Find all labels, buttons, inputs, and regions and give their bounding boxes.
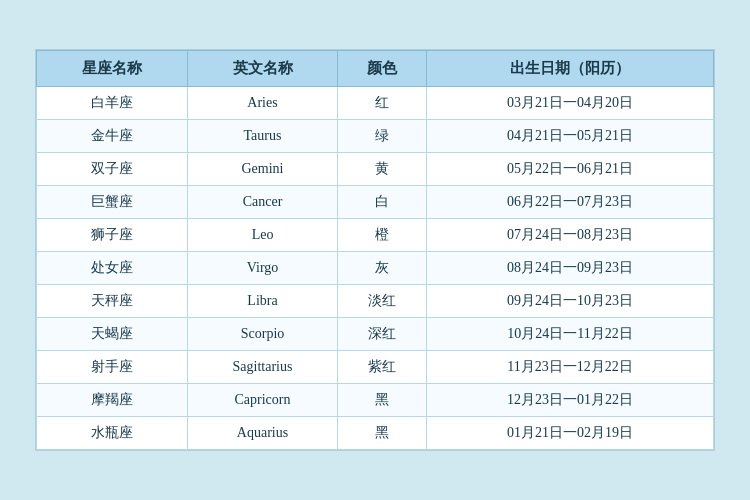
cell-chinese-name: 射手座 xyxy=(37,351,188,384)
cell-english-name: Taurus xyxy=(187,120,338,153)
table-header-row: 星座名称 英文名称 颜色 出生日期（阳历） xyxy=(37,51,714,87)
cell-color: 紫红 xyxy=(338,351,427,384)
header-english-name: 英文名称 xyxy=(187,51,338,87)
cell-chinese-name: 水瓶座 xyxy=(37,417,188,450)
cell-english-name: Capricorn xyxy=(187,384,338,417)
cell-color: 红 xyxy=(338,87,427,120)
cell-color: 白 xyxy=(338,186,427,219)
table-row: 天蝎座Scorpio深红10月24日一11月22日 xyxy=(37,318,714,351)
table-body: 白羊座Aries红03月21日一04月20日金牛座Taurus绿04月21日一0… xyxy=(37,87,714,450)
cell-chinese-name: 金牛座 xyxy=(37,120,188,153)
table-row: 处女座Virgo灰08月24日一09月23日 xyxy=(37,252,714,285)
cell-dates: 08月24日一09月23日 xyxy=(427,252,714,285)
table-row: 摩羯座Capricorn黑12月23日一01月22日 xyxy=(37,384,714,417)
cell-english-name: Sagittarius xyxy=(187,351,338,384)
cell-english-name: Virgo xyxy=(187,252,338,285)
cell-color: 灰 xyxy=(338,252,427,285)
cell-english-name: Aquarius xyxy=(187,417,338,450)
table-row: 白羊座Aries红03月21日一04月20日 xyxy=(37,87,714,120)
cell-english-name: Gemini xyxy=(187,153,338,186)
table-row: 水瓶座Aquarius黑01月21日一02月19日 xyxy=(37,417,714,450)
cell-chinese-name: 天秤座 xyxy=(37,285,188,318)
cell-chinese-name: 处女座 xyxy=(37,252,188,285)
cell-english-name: Cancer xyxy=(187,186,338,219)
cell-dates: 10月24日一11月22日 xyxy=(427,318,714,351)
cell-dates: 11月23日一12月22日 xyxy=(427,351,714,384)
table-row: 天秤座Libra淡红09月24日一10月23日 xyxy=(37,285,714,318)
cell-color: 深红 xyxy=(338,318,427,351)
table-row: 射手座Sagittarius紫红11月23日一12月22日 xyxy=(37,351,714,384)
cell-dates: 12月23日一01月22日 xyxy=(427,384,714,417)
table-row: 巨蟹座Cancer白06月22日一07月23日 xyxy=(37,186,714,219)
cell-chinese-name: 天蝎座 xyxy=(37,318,188,351)
cell-chinese-name: 狮子座 xyxy=(37,219,188,252)
cell-chinese-name: 巨蟹座 xyxy=(37,186,188,219)
cell-color: 黑 xyxy=(338,417,427,450)
cell-dates: 05月22日一06月21日 xyxy=(427,153,714,186)
table-row: 狮子座Leo橙07月24日一08月23日 xyxy=(37,219,714,252)
cell-color: 黄 xyxy=(338,153,427,186)
cell-english-name: Libra xyxy=(187,285,338,318)
header-chinese-name: 星座名称 xyxy=(37,51,188,87)
cell-chinese-name: 双子座 xyxy=(37,153,188,186)
cell-dates: 03月21日一04月20日 xyxy=(427,87,714,120)
header-color: 颜色 xyxy=(338,51,427,87)
cell-dates: 04月21日一05月21日 xyxy=(427,120,714,153)
cell-english-name: Aries xyxy=(187,87,338,120)
cell-dates: 07月24日一08月23日 xyxy=(427,219,714,252)
cell-color: 橙 xyxy=(338,219,427,252)
cell-english-name: Leo xyxy=(187,219,338,252)
cell-chinese-name: 摩羯座 xyxy=(37,384,188,417)
cell-english-name: Scorpio xyxy=(187,318,338,351)
cell-dates: 06月22日一07月23日 xyxy=(427,186,714,219)
zodiac-table: 星座名称 英文名称 颜色 出生日期（阳历） 白羊座Aries红03月21日一04… xyxy=(36,50,714,450)
header-dates: 出生日期（阳历） xyxy=(427,51,714,87)
table-row: 金牛座Taurus绿04月21日一05月21日 xyxy=(37,120,714,153)
cell-dates: 09月24日一10月23日 xyxy=(427,285,714,318)
table-row: 双子座Gemini黄05月22日一06月21日 xyxy=(37,153,714,186)
cell-color: 淡红 xyxy=(338,285,427,318)
cell-dates: 01月21日一02月19日 xyxy=(427,417,714,450)
cell-color: 绿 xyxy=(338,120,427,153)
cell-chinese-name: 白羊座 xyxy=(37,87,188,120)
cell-color: 黑 xyxy=(338,384,427,417)
zodiac-table-container: 星座名称 英文名称 颜色 出生日期（阳历） 白羊座Aries红03月21日一04… xyxy=(35,49,715,451)
